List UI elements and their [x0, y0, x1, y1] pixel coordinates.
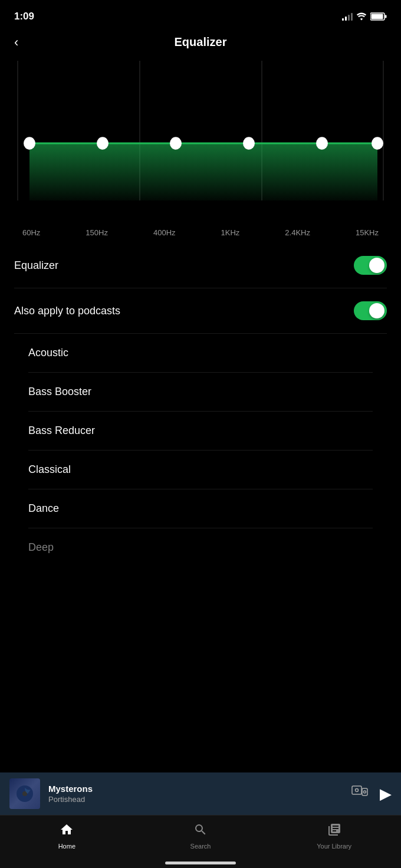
eq-band-dot-1 [97, 137, 109, 150]
eq-band-dot-0 [24, 137, 35, 150]
freq-label-2: 400Hz [153, 228, 176, 237]
preset-item-bass-booster[interactable]: Bass Booster [28, 373, 373, 412]
preset-list: Acoustic Bass Booster Bass Reducer Class… [14, 334, 387, 567]
signal-icon [342, 12, 353, 21]
track-info: Mysterons Portishead [40, 784, 351, 804]
search-icon [193, 823, 208, 840]
freq-label-0: 60Hz [22, 228, 40, 237]
eq-graph [18, 61, 383, 226]
wifi-icon [356, 12, 367, 21]
preset-item-deep[interactable]: Deep [28, 528, 373, 567]
equalizer-toggle-row: Equalizer [14, 243, 387, 288]
equalizer-toggle-label: Equalizer [14, 259, 58, 272]
svg-rect-2 [385, 15, 387, 18]
podcast-toggle-row: Also apply to podcasts [14, 288, 387, 334]
podcast-toggle-label: Also apply to podcasts [14, 305, 120, 317]
header: ‹ Equalizer [0, 29, 401, 61]
freq-label-3: 1KHz [221, 228, 240, 237]
status-icons [342, 12, 387, 21]
back-button[interactable]: ‹ [14, 35, 18, 50]
nav-label-search: Search [190, 843, 211, 850]
eq-chart[interactable] [18, 61, 383, 226]
eq-chart-container: 60Hz 150Hz 400Hz 1KHz 2.4KHz 15KHz [0, 61, 401, 237]
eq-band-dot-3 [243, 137, 255, 150]
status-bar: 1:09 [0, 0, 401, 29]
freq-labels: 60Hz 150Hz 400Hz 1KHz 2.4KHz 15KHz [18, 228, 383, 237]
page-title: Equalizer [175, 35, 227, 49]
freq-label-4: 2.4KHz [285, 228, 310, 237]
nav-label-home: Home [58, 843, 75, 850]
device-connect-icon[interactable] [351, 785, 368, 802]
library-icon [327, 823, 341, 840]
nav-item-library[interactable]: Your Library [267, 823, 401, 850]
svg-rect-1 [372, 14, 383, 19]
equalizer-toggle[interactable] [354, 256, 387, 275]
now-playing-bar[interactable]: Mysterons Portishead ▶ [0, 772, 401, 815]
nav-label-library: Your Library [317, 843, 351, 850]
home-indicator [165, 862, 236, 864]
podcast-toggle[interactable] [354, 301, 387, 320]
now-playing-controls: ▶ [351, 785, 392, 803]
preset-item-dance[interactable]: Dance [28, 489, 373, 528]
preset-item-acoustic[interactable]: Acoustic [28, 334, 373, 373]
album-art [9, 778, 40, 809]
svg-point-12 [356, 789, 359, 792]
home-icon [60, 823, 74, 840]
track-name: Mysterons [48, 784, 351, 794]
nav-item-search[interactable]: Search [134, 823, 268, 850]
svg-marker-7 [29, 143, 377, 200]
eq-band-dot-5 [372, 137, 383, 150]
eq-band-dot-2 [170, 137, 182, 150]
status-time: 1:09 [14, 11, 34, 22]
preset-item-classical[interactable]: Classical [28, 451, 373, 489]
svg-rect-10 [352, 786, 361, 794]
nav-item-home[interactable]: Home [0, 823, 134, 850]
freq-label-1: 150Hz [86, 228, 108, 237]
battery-icon [370, 12, 387, 21]
freq-label-5: 15KHz [356, 228, 379, 237]
eq-band-dot-4 [316, 137, 328, 150]
track-artist: Portishead [48, 795, 351, 804]
svg-rect-11 [362, 788, 367, 795]
bottom-nav: Home Search Your Library [0, 815, 401, 868]
settings-list: Equalizer Also apply to podcasts Acousti… [0, 243, 401, 667]
preset-item-bass-reducer[interactable]: Bass Reducer [28, 412, 373, 451]
svg-point-13 [364, 791, 366, 793]
play-button[interactable]: ▶ [380, 785, 392, 803]
